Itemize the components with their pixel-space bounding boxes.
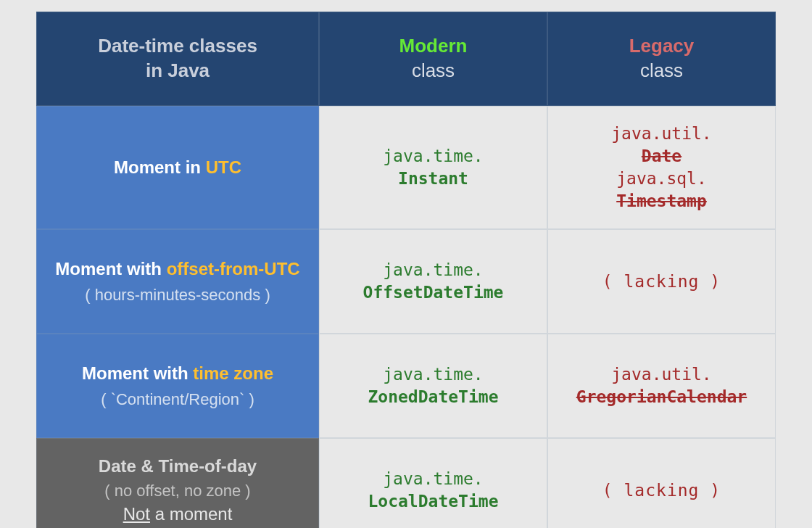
table-row: Moment in UTC java.time. Instant java.ut… (36, 106, 776, 229)
modern-cell-timezone: java.time. ZonedDateTime (319, 334, 547, 438)
header-title-cell: Date-time classes in Java (36, 12, 319, 106)
row-label-offset: Moment with offset-from-UTC ( hours-minu… (36, 229, 319, 334)
row-label-highlight: time zone (193, 363, 273, 383)
row-label-utc: Moment in UTC (36, 106, 319, 229)
legacy-class: Date (558, 145, 765, 168)
legacy-package: java.util. (558, 363, 765, 386)
legacy-class: Timestamp (558, 190, 765, 213)
legacy-class: GregorianCalendar (558, 386, 765, 408)
legacy-cell-local: ( lacking ) (547, 438, 776, 528)
row-label-local: Date & Time-of-day ( no offset, no zone … (36, 438, 319, 528)
modern-package: java.time. (330, 468, 536, 490)
modern-cell-local: java.time. LocalDateTime (319, 438, 547, 528)
legacy-package: java.sql. (558, 168, 765, 190)
row-label-sub: ( `Continent/Region` ) (47, 388, 308, 411)
row-label-sub: ( no offset, no zone ) (47, 480, 308, 502)
row-label-not-moment: Not a moment (47, 503, 308, 526)
modern-class: Instant (330, 168, 536, 190)
legacy-cell-utc: java.util. Date java.sql. Timestamp (547, 106, 776, 229)
modern-class: ZonedDateTime (330, 386, 536, 408)
header-legacy-cell: Legacy class (547, 12, 776, 106)
header-legacy-class: class (558, 59, 765, 83)
header-modern-cell: Modern class (319, 12, 547, 106)
modern-package: java.time. (330, 363, 536, 386)
header-modern-word: Modern (330, 34, 536, 59)
table-row: Moment with offset-from-UTC ( hours-minu… (36, 229, 776, 334)
modern-cell-utc: java.time. Instant (319, 106, 547, 229)
row-label-main: Date & Time-of-day (47, 455, 308, 478)
modern-class: LocalDateTime (330, 490, 536, 513)
table-row: Date & Time-of-day ( no offset, no zone … (36, 438, 776, 528)
legacy-lacking: ( lacking ) (558, 479, 765, 502)
header-modern-class: class (330, 59, 536, 83)
modern-package: java.time. (330, 259, 536, 281)
legacy-lacking: ( lacking ) (558, 271, 765, 293)
row-label-not-rest: a moment (150, 504, 232, 524)
row-label-highlight: UTC (206, 157, 241, 177)
row-label-highlight: offset-from-UTC (167, 259, 300, 279)
header-row: Date-time classes in Java Modern class L… (36, 12, 776, 106)
row-label-prefix: Moment in (114, 157, 206, 177)
header-title-line2: in Java (47, 59, 308, 83)
header-title-line1: Date-time classes (47, 34, 308, 59)
row-label-not-underline: Not (123, 504, 150, 524)
table-row: Moment with time zone ( `Continent/Regio… (36, 334, 776, 438)
legacy-cell-timezone: java.util. GregorianCalendar (547, 334, 776, 438)
modern-cell-offset: java.time. OffsetDateTime (319, 229, 547, 334)
row-label-prefix: Moment with (55, 259, 166, 279)
legacy-package: java.util. (558, 123, 765, 145)
row-label-prefix: Moment with (82, 363, 193, 383)
modern-package: java.time. (330, 145, 536, 168)
row-label-timezone: Moment with time zone ( `Continent/Regio… (36, 334, 319, 438)
row-label-sub: ( hours-minutes-seconds ) (47, 284, 308, 307)
modern-class: OffsetDateTime (330, 281, 536, 304)
legacy-cell-offset: ( lacking ) (547, 229, 776, 334)
header-legacy-word: Legacy (558, 34, 765, 59)
date-time-classes-table: Date-time classes in Java Modern class L… (36, 12, 776, 528)
